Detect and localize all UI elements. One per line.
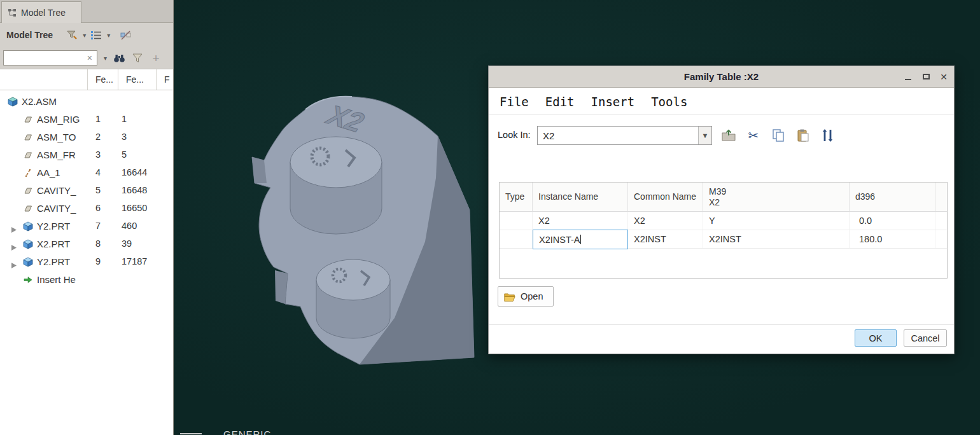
column-header-feat-3[interactable]: F	[156, 69, 174, 90]
tree-filters-dropdown-icon[interactable]: ▾	[83, 32, 86, 39]
tree-item-y2-prt-1[interactable]: Y2.PRT 7 460	[0, 218, 173, 235]
paste-button[interactable]	[794, 126, 813, 145]
cell-m39[interactable]: X2INST	[703, 230, 850, 248]
cut-button[interactable]: ✂	[744, 126, 763, 145]
feat-id: 1	[122, 114, 127, 124]
show-hide-button[interactable]	[119, 27, 132, 43]
tree-item-aa-1[interactable]: AA_1 4 16644	[0, 164, 173, 182]
table-row-instance[interactable]: X2INST-A X2INST X2INST 180.0	[500, 230, 947, 249]
maximize-button[interactable]	[921, 72, 931, 82]
column-header-feat-2[interactable]: Fe...	[118, 69, 156, 90]
cell-instance-name-editing[interactable]: X2INST-A	[533, 230, 628, 249]
ok-button[interactable]: OK	[855, 329, 897, 347]
search-box[interactable]: ×	[3, 50, 97, 66]
table-row-generic[interactable]: X2 X2 Y 0.0	[500, 212, 947, 230]
expander-icon[interactable]	[11, 242, 17, 252]
tree-settings-button[interactable]	[90, 27, 102, 43]
menu-edit[interactable]: Edit	[537, 92, 583, 111]
tree-item-y2-prt-2[interactable]: Y2.PRT 9 17187	[0, 253, 173, 271]
scissors-icon: ✂	[748, 128, 759, 143]
column-header-m39[interactable]: M39X2	[703, 183, 850, 211]
feat-num: 9	[95, 256, 101, 266]
cell-type[interactable]	[500, 212, 533, 230]
tree-item-cavity-6[interactable]: CAVITY_ 6 16650	[0, 200, 173, 218]
swap-rows-columns-button[interactable]	[818, 126, 837, 145]
model-tree-icon	[8, 8, 17, 17]
tab-label: Model Tree	[21, 8, 66, 18]
tree-filter-icon	[66, 30, 78, 40]
column-header-filler	[935, 183, 948, 211]
tab-model-tree[interactable]: Model Tree	[1, 1, 81, 23]
menu-file[interactable]: File	[491, 92, 537, 111]
add-filter-button[interactable]: +	[150, 50, 162, 66]
plus-icon: +	[152, 52, 159, 64]
column-header-common-name[interactable]: Common Name	[628, 183, 703, 211]
dialog-titlebar[interactable]: Family Table :X2 ✕	[489, 66, 954, 88]
find-button[interactable]	[113, 50, 125, 66]
expander-icon[interactable]	[11, 259, 17, 270]
tree-item-asm-right[interactable]: ASM_RIG 1 1	[0, 111, 173, 128]
expander-icon[interactable]	[11, 224, 17, 235]
search-input[interactable]	[7, 53, 86, 63]
datum-plane-icon	[23, 186, 33, 198]
cell-type[interactable]	[500, 230, 533, 248]
tree-item-x2-asm[interactable]: X2.ASM	[0, 93, 173, 111]
feat-id: 17187	[122, 256, 147, 266]
feat-id: 39	[122, 238, 132, 249]
tree-filters-button[interactable]	[66, 27, 78, 43]
column-header-d396[interactable]: d396	[850, 183, 935, 211]
filter-button[interactable]	[131, 50, 144, 66]
model-label: GENERIC	[223, 429, 271, 435]
look-in-combobox[interactable]: X2 ▼	[537, 126, 712, 145]
maximize-icon	[923, 74, 930, 79]
dialog-menubar: File Edit Insert Tools	[489, 88, 954, 115]
tree-item-asm-front[interactable]: ASM_FR 3 5	[0, 146, 173, 164]
column-header-type[interactable]: Type	[500, 183, 533, 211]
datum-plane-icon	[23, 150, 33, 162]
up-one-level-button[interactable]	[719, 126, 738, 145]
copy-icon	[771, 128, 785, 142]
tree-item-asm-top[interactable]: ASM_TO 2 3	[0, 128, 173, 146]
cell-instance-name[interactable]: X2	[533, 212, 628, 230]
menu-tools[interactable]: Tools	[643, 92, 696, 111]
tree-settings-dropdown-icon[interactable]: ▾	[107, 32, 110, 39]
model-tree-panel: Model Tree Model Tree ▾ ▾ × ▾	[0, 0, 174, 435]
part-icon	[23, 239, 33, 251]
menu-insert[interactable]: Insert	[583, 92, 643, 111]
close-button[interactable]: ✕	[939, 72, 949, 82]
feat-num: 4	[95, 167, 101, 177]
family-table: Type Instance Name Common Name M39X2 d39…	[499, 182, 948, 279]
copy-button[interactable]	[769, 126, 788, 145]
model-boss-top-2	[316, 259, 390, 300]
3d-model[interactable]: X2	[225, 88, 486, 374]
family-table-header: Type Instance Name Common Name M39X2 d39…	[500, 183, 947, 212]
open-button[interactable]: Open	[498, 286, 554, 307]
cell-d396[interactable]: 180.0	[850, 230, 935, 248]
column-header-instance-name[interactable]: Instance Name	[533, 183, 628, 211]
text-caret	[580, 235, 581, 244]
cancel-button[interactable]: Cancel	[904, 329, 947, 347]
tree-item-cavity-5[interactable]: CAVITY_ 5 16648	[0, 182, 173, 200]
tree-item-x2-prt[interactable]: X2.PRT 8 39	[0, 235, 173, 253]
tree-item-insert-here[interactable]: Insert He	[0, 271, 173, 289]
feat-num: 6	[95, 203, 101, 213]
cell-m39[interactable]: Y	[703, 212, 850, 230]
model-boss-top-1	[290, 137, 382, 188]
cell-common-name[interactable]: X2	[628, 212, 703, 230]
feat-id: 16644	[122, 167, 147, 177]
binoculars-icon	[113, 53, 125, 63]
feat-num: 3	[95, 149, 101, 160]
clear-search-icon[interactable]: ×	[86, 53, 94, 63]
search-history-dropdown-icon[interactable]: ▾	[104, 55, 107, 62]
model-tree-search-row: × ▾ +	[0, 47, 173, 69]
cell-d396[interactable]: 0.0	[850, 212, 935, 230]
cell-common-name[interactable]: X2INST	[628, 230, 703, 248]
family-table-dialog: Family Table :X2 ✕ File Edit Insert Tool…	[488, 66, 955, 354]
footer-separator	[489, 324, 954, 325]
minimize-button[interactable]	[903, 72, 913, 82]
model-tree-toolbar: Model Tree ▾ ▾	[0, 23, 173, 47]
open-button-label: Open	[521, 291, 543, 301]
chevron-down-icon[interactable]: ▼	[698, 127, 711, 144]
folder-up-icon	[722, 129, 736, 142]
column-header-feat-1[interactable]: Fe...	[87, 69, 118, 90]
